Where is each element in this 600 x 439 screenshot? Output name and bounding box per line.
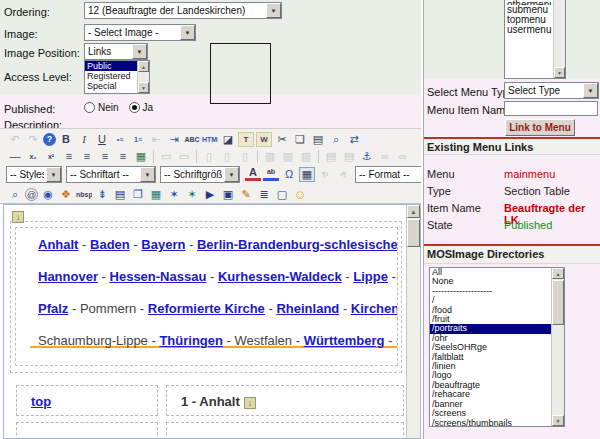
scroll-down-icon[interactable]: ▼	[138, 82, 149, 93]
scroll-up-icon[interactable]: ▲	[138, 61, 149, 72]
backcolor-icon[interactable]: ab	[263, 167, 279, 181]
scroll-up-icon[interactable]: ▲	[552, 268, 564, 279]
mosimage-icon[interactable]: ❖	[58, 187, 74, 202]
find-replace-icon[interactable]: ⇄	[346, 132, 362, 147]
mosimage-dir-option[interactable]: /portraits	[430, 324, 552, 333]
anchor-placeholder-icon[interactable]: ↓	[244, 397, 256, 409]
mosimage-directories-listbox[interactable]: AllNone--------------------//food/fruit/…	[429, 267, 565, 427]
mosimage-dir-option[interactable]: /logo	[430, 371, 552, 380]
cut-icon[interactable]: ✂	[274, 132, 290, 147]
content-link[interactable]: Kirchenprovinz Sachsen	[351, 301, 397, 316]
content-link[interactable]: Berlin-Brandenburg-schlesische Oberlausi…	[197, 237, 397, 252]
content-link[interactable]: Lippe	[353, 269, 388, 284]
row-before-icon[interactable]: ▭	[158, 149, 174, 164]
spellcheck-icon[interactable]: ABC	[184, 132, 200, 147]
copy-icon[interactable]: ❏	[292, 132, 308, 147]
radio-ja[interactable]	[129, 102, 140, 113]
editor-content-area[interactable]: ↓ Anhalt - Baden - Bayern - Berlin-Brand…	[3, 204, 421, 439]
content-link[interactable]: Rheinland	[276, 301, 339, 316]
table-cell-props-icon[interactable]: ▤	[341, 149, 357, 164]
smiley-icon[interactable]: ☺	[292, 187, 308, 202]
outdent-icon[interactable]: ⇤	[148, 132, 164, 147]
insert-table-icon[interactable]: ▦	[133, 149, 149, 164]
dropdown-arrow-icon[interactable]: ▼	[140, 167, 155, 182]
bold-icon[interactable]: B	[58, 132, 74, 147]
rtl-icon[interactable]: ‹¶	[335, 167, 351, 182]
special-char-icon[interactable]: Ω	[281, 167, 297, 182]
forecolor-icon[interactable]: A	[245, 167, 261, 181]
content-link[interactable]: Hannover	[38, 269, 98, 284]
content-link[interactable]: Württemberg	[304, 333, 385, 348]
content-link[interactable]: Pfalz	[38, 301, 68, 316]
menu-type-select[interactable]: Select Type ▼	[504, 82, 599, 99]
find-icon[interactable]: ⌕	[328, 132, 344, 147]
access-scrollbar[interactable]: ▲ ▼	[137, 61, 149, 93]
ordering-select[interactable]: 12 (Beauftragte der Landeskirchen) ▼	[84, 2, 282, 19]
content-link[interactable]: Baden	[90, 237, 130, 252]
template-icon[interactable]: ❐	[130, 187, 146, 202]
editor-scrollbar[interactable]: ▲	[406, 205, 420, 438]
dropdown-arrow-icon[interactable]: ▼	[583, 83, 598, 98]
mosimage-dir-option[interactable]: /linien	[430, 362, 552, 371]
print-icon[interactable]: ≣	[256, 187, 272, 202]
indent-icon[interactable]: ⇥	[166, 132, 182, 147]
subscript-icon[interactable]: x₂	[25, 149, 41, 164]
mosimage-dir-option[interactable]: /screens	[430, 409, 552, 418]
align-justify-icon[interactable]: ≡	[115, 149, 131, 164]
align-right-icon[interactable]: ≡	[97, 149, 113, 164]
visual-aid-icon[interactable]: ▦	[299, 167, 315, 182]
link-icon[interactable]: ∞	[377, 149, 393, 164]
col-after-icon[interactable]: ▯	[237, 149, 253, 164]
scrollbar-thumb[interactable]	[552, 280, 564, 325]
table-row-props-icon[interactable]: ▤	[323, 149, 339, 164]
email-link-icon[interactable]: @	[25, 188, 38, 201]
scroll-up-icon[interactable]: ▲	[407, 205, 420, 218]
top-link[interactable]: top	[31, 394, 51, 409]
remove-format-icon[interactable]: ◪	[220, 132, 236, 147]
dropdown-arrow-icon[interactable]: ▼	[266, 3, 281, 18]
radio-nein[interactable]	[84, 102, 95, 113]
mosimage-dir-option[interactable]: --------------------	[430, 287, 552, 296]
redo-icon[interactable]: ↷	[25, 132, 41, 147]
movie-icon[interactable]: ▣	[220, 187, 236, 202]
content-link[interactable]: Thüringen	[159, 333, 223, 348]
font-select[interactable]: -- Schriftart -- ▼	[66, 166, 156, 183]
access-level-option[interactable]: Public	[85, 61, 137, 71]
merge-cells-icon[interactable]: ▥	[298, 149, 314, 164]
dropdown-arrow-icon[interactable]: ▼	[46, 167, 61, 182]
xtd-image-icon[interactable]: ✶	[166, 187, 182, 202]
delete-row-icon[interactable]: ▯	[201, 149, 217, 164]
undo-icon[interactable]: ↶	[7, 132, 23, 147]
pagebreak-icon[interactable]: ⇟	[94, 187, 110, 202]
align-left-icon[interactable]: ≡	[61, 149, 77, 164]
content-link[interactable]: Anhalt	[38, 237, 78, 252]
mosimage-dir-option[interactable]: /food	[430, 306, 552, 315]
split-cells-icon[interactable]: ▥	[280, 149, 296, 164]
paste-icon[interactable]: ▤	[310, 132, 326, 147]
styles-select[interactable]: -- Styles -- ▼	[6, 166, 62, 183]
image-select[interactable]: - Select Image - ▼	[84, 24, 196, 41]
content-link[interactable]: Reformierte Kirche	[148, 301, 265, 316]
mosimage-scrollbar[interactable]: ▲ ▼	[551, 268, 564, 426]
access-level-option[interactable]: Special	[85, 81, 137, 91]
menu-option[interactable]: topmenu	[505, 15, 554, 25]
content-link[interactable]: Kurhessen-Waldeck	[218, 269, 342, 284]
dropdown-arrow-icon[interactable]: ▼	[132, 44, 147, 59]
mosimage-dir-option[interactable]: /banner	[430, 400, 552, 409]
mosimage-dir-option[interactable]: /beauftragte	[430, 381, 552, 390]
draw-icon[interactable]: ✎	[238, 187, 254, 202]
insert-image-icon[interactable]: ▦	[148, 187, 164, 202]
mosimage-dir-option[interactable]: /SeelsOHRge	[430, 343, 552, 352]
menu-option[interactable]: usermenu	[505, 25, 554, 35]
anchor-icon[interactable]: ⚓	[359, 149, 375, 164]
mosimage-dir-option[interactable]: /screens/thumbnails	[430, 419, 552, 427]
xtd-flash-icon[interactable]: ✶	[184, 187, 200, 202]
access-level-option[interactable]: Registered	[85, 71, 137, 81]
mosimage-dir-option[interactable]: /ohr	[430, 334, 552, 343]
mosimage-dir-option[interactable]: /	[430, 296, 552, 305]
nbsp-icon[interactable]: nbsp	[76, 187, 92, 202]
mosimage-dir-option[interactable]: /fruit	[430, 315, 552, 324]
image-position-select[interactable]: Links ▼	[84, 43, 148, 60]
menu-listbox[interactable]: othermenusubmenutopmenuusermenu ▼	[504, 0, 566, 79]
bullet-list-icon[interactable]: •≡	[112, 132, 128, 147]
